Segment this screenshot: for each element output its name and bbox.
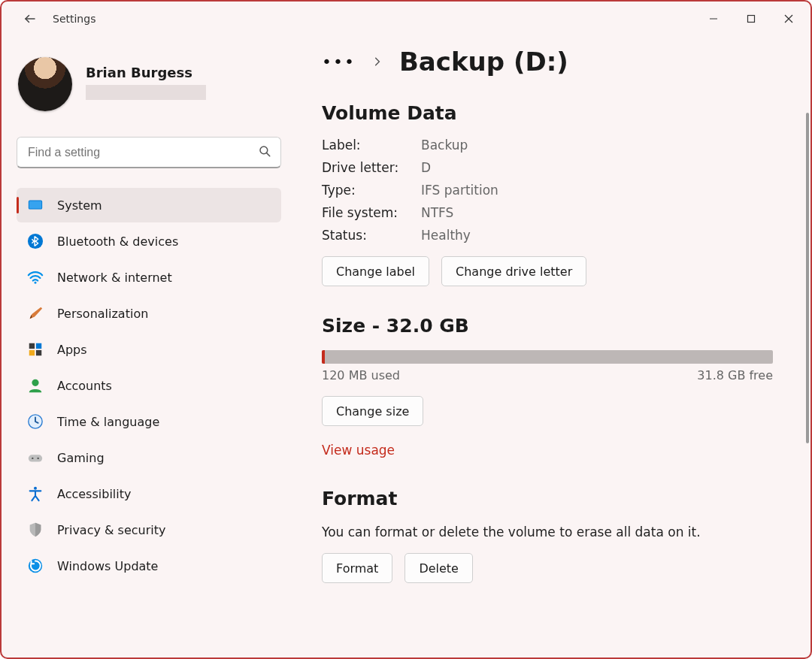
search-icon xyxy=(258,144,271,161)
format-description: You can format or delete the volume to e… xyxy=(322,524,773,540)
person-icon xyxy=(27,377,44,394)
drive-letter-key: Drive letter: xyxy=(322,160,421,175)
update-icon xyxy=(27,558,44,574)
brush-icon xyxy=(27,305,44,322)
shield-icon xyxy=(27,521,44,538)
scrollbar[interactable] xyxy=(806,113,809,443)
volume-properties: Label: Backup Drive letter: D Type: IFS … xyxy=(322,138,773,243)
usage-bar xyxy=(322,350,773,364)
search-box[interactable] xyxy=(17,137,281,168)
change-drive-letter-button[interactable]: Change drive letter xyxy=(441,256,586,286)
nav-label: Gaming xyxy=(57,451,105,465)
gamepad-icon xyxy=(27,449,44,466)
nav-item-gaming[interactable]: Gaming xyxy=(17,440,281,475)
svg-line-6 xyxy=(267,153,270,156)
wifi-icon xyxy=(27,269,44,286)
accessibility-icon xyxy=(27,485,44,502)
profile-name: Brian Burgess xyxy=(86,65,206,80)
page-title: Backup (D:) xyxy=(399,47,568,77)
settings-window: Settings Brian Burgess xyxy=(0,0,812,659)
size-heading: Size - 32.0 GB xyxy=(322,315,773,337)
nav-label: System xyxy=(57,198,102,213)
change-label-button[interactable]: Change label xyxy=(322,256,429,286)
nav-item-apps[interactable]: Apps xyxy=(17,332,281,367)
size-buttons: Change size xyxy=(322,396,773,426)
nav-label: Bluetooth & devices xyxy=(57,234,178,249)
nav-item-privacy[interactable]: Privacy & security xyxy=(17,512,281,547)
used-label: 120 MB used xyxy=(322,368,400,382)
profile-subtitle-redacted xyxy=(86,85,206,100)
svg-point-10 xyxy=(35,282,37,284)
view-usage-link[interactable]: View usage xyxy=(322,443,395,458)
volume-data-heading: Volume Data xyxy=(322,102,773,124)
usage-labels: 120 MB used 31.8 GB free xyxy=(322,368,773,382)
nav-item-personalization[interactable]: Personalization xyxy=(17,296,281,331)
nav-item-time[interactable]: Time & language xyxy=(17,404,281,439)
apps-icon xyxy=(27,341,44,358)
nav-item-accounts[interactable]: Accounts xyxy=(17,368,281,403)
nav-label: Network & internet xyxy=(57,271,172,285)
type-value: IFS partition xyxy=(421,183,773,198)
nav-label: Apps xyxy=(57,343,87,357)
svg-rect-17 xyxy=(29,455,42,461)
nav-label: Personalization xyxy=(57,307,148,321)
svg-rect-13 xyxy=(29,350,35,355)
system-icon xyxy=(27,197,44,213)
breadcrumb: ••• Backup (D:) xyxy=(322,47,773,77)
svg-point-15 xyxy=(32,379,38,386)
main-content: ••• Backup (D:) Volume Data Label: Backu… xyxy=(296,36,810,657)
format-heading: Format xyxy=(322,488,773,509)
svg-rect-11 xyxy=(29,343,35,349)
filesystem-key: File system: xyxy=(322,205,421,220)
nav-label: Accounts xyxy=(57,379,112,393)
status-value: Healthy xyxy=(421,228,773,243)
nav-label: Accessibility xyxy=(57,487,131,501)
type-key: Type: xyxy=(322,183,421,198)
search-input[interactable] xyxy=(26,145,258,160)
svg-point-20 xyxy=(34,487,37,490)
nav-list: System Bluetooth & devices Network & int… xyxy=(17,188,281,583)
drive-letter-value: D xyxy=(421,160,773,175)
nav-label: Windows Update xyxy=(57,559,158,573)
svg-rect-12 xyxy=(36,343,41,349)
format-button[interactable]: Format xyxy=(322,553,392,583)
nav-label: Time & language xyxy=(57,415,159,429)
app-title: Settings xyxy=(53,13,95,25)
window-controls xyxy=(696,5,806,32)
svg-rect-8 xyxy=(29,201,42,209)
sidebar: Brian Burgess System Bluetooth & devices xyxy=(2,36,296,657)
nav-item-system[interactable]: System xyxy=(17,188,281,222)
format-buttons: Format Delete xyxy=(322,553,773,583)
bluetooth-icon xyxy=(27,233,44,249)
label-key: Label: xyxy=(322,138,421,153)
usage-bar-fill xyxy=(322,350,325,364)
nav-label: Privacy & security xyxy=(57,523,165,537)
back-button[interactable] xyxy=(20,8,41,29)
free-label: 31.8 GB free xyxy=(697,368,773,382)
svg-rect-2 xyxy=(748,16,755,23)
filesystem-value: NTFS xyxy=(421,205,773,220)
status-key: Status: xyxy=(322,228,421,243)
nav-item-update[interactable]: Windows Update xyxy=(17,549,281,583)
nav-item-bluetooth[interactable]: Bluetooth & devices xyxy=(17,224,281,258)
change-size-button[interactable]: Change size xyxy=(322,396,423,426)
svg-point-18 xyxy=(32,458,33,459)
chevron-right-icon xyxy=(372,54,383,70)
nav-item-network[interactable]: Network & internet xyxy=(17,260,281,295)
maximize-button[interactable] xyxy=(734,5,768,32)
titlebar: Settings xyxy=(2,2,810,36)
svg-rect-14 xyxy=(36,350,41,355)
svg-point-19 xyxy=(37,458,38,459)
label-value: Backup xyxy=(421,138,773,153)
avatar xyxy=(18,57,72,111)
clock-icon xyxy=(27,413,44,430)
volume-buttons: Change label Change drive letter xyxy=(322,256,773,286)
breadcrumb-overflow-button[interactable]: ••• xyxy=(322,53,356,71)
delete-button[interactable]: Delete xyxy=(404,553,473,583)
minimize-button[interactable] xyxy=(696,5,731,32)
nav-item-accessibility[interactable]: Accessibility xyxy=(17,476,281,511)
close-button[interactable] xyxy=(771,5,806,32)
profile-block[interactable]: Brian Burgess xyxy=(18,57,281,111)
